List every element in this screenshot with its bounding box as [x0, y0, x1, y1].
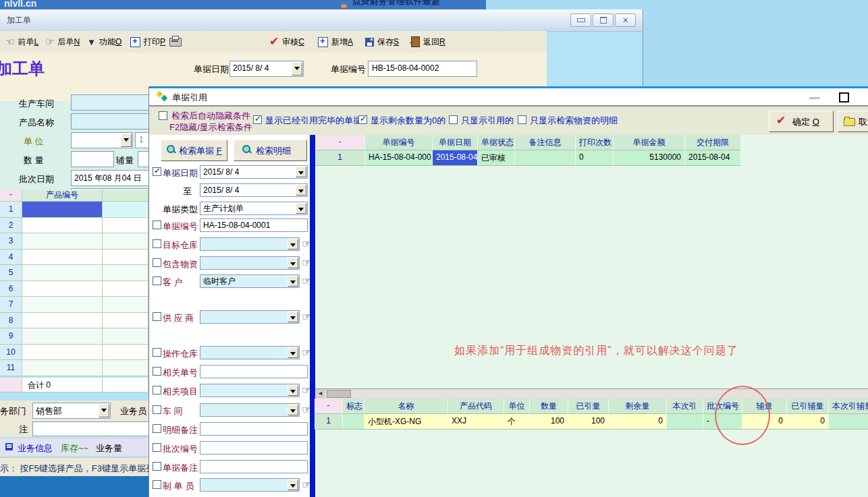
ok-button[interactable]: ✔ 确定 O	[769, 111, 834, 132]
det-row-productcode[interactable]: XXJ	[448, 414, 504, 430]
det-col-thisref[interactable]: 本次引	[667, 399, 703, 414]
preparer-select[interactable]	[200, 478, 300, 492]
preparer-dropdown-icon[interactable]	[288, 479, 298, 490]
print-button[interactable]: 打印P	[128, 34, 167, 49]
warehouse-checkbox[interactable]	[153, 239, 161, 248]
main-window-titlebar[interactable]: 加工单 ✕	[0, 9, 643, 32]
detailnote-input[interactable]	[200, 422, 308, 436]
dept-dropdown-icon[interactable]	[99, 404, 109, 417]
batchno-input[interactable]	[200, 441, 308, 455]
table-row[interactable]: 9	[0, 328, 148, 345]
det-row-unit[interactable]: 个	[504, 414, 530, 430]
workshop-select[interactable]	[200, 403, 300, 417]
customer-checkbox[interactable]	[153, 276, 161, 285]
det-row-flag[interactable]	[343, 414, 364, 430]
docnote-checkbox[interactable]	[153, 462, 161, 471]
doctype-dropdown-icon[interactable]	[296, 203, 306, 214]
doc-date-select[interactable]: 2015/ 8/ 4	[229, 61, 304, 77]
table-row[interactable]: 1	[0, 202, 148, 218]
doc-col-amount[interactable]: 单据金额	[614, 135, 685, 150]
table-row[interactable]: 4	[0, 250, 148, 266]
doc-row-date-selected[interactable]: 2015-08-04	[433, 150, 478, 166]
dialog-minimize-icon[interactable]	[809, 97, 820, 99]
material-dropdown-icon[interactable]	[288, 258, 298, 268]
table-row[interactable]: 11	[0, 360, 148, 376]
det-col-auxqty[interactable]: 辅量	[742, 399, 787, 414]
unit-select[interactable]	[71, 132, 133, 148]
supplier-dropdown-icon[interactable]	[288, 312, 298, 322]
opwarehouse-checkbox[interactable]	[153, 348, 161, 357]
doc-row-printcount[interactable]: 0	[576, 150, 614, 166]
workshop-input[interactable]	[71, 94, 150, 111]
dept-select[interactable]: 销售部	[32, 403, 111, 419]
opwarehouse-dropdown-icon[interactable]	[288, 347, 298, 358]
doc-no-input[interactable]: HB-15-08-04-0002	[368, 61, 477, 77]
doc-col-docno[interactable]: 单据编号	[365, 135, 433, 150]
scroll-thumb[interactable]	[327, 390, 351, 398]
material-select[interactable]	[200, 256, 300, 270]
material-checkbox[interactable]	[153, 258, 161, 267]
docdate-checkbox[interactable]	[153, 167, 161, 176]
show-zero-checkbox[interactable]	[358, 115, 367, 124]
opwarehouse-select[interactable]	[200, 346, 300, 359]
workshop-dropdown-icon[interactable]	[288, 405, 298, 415]
det-col-batchno[interactable]: 批次编号	[703, 399, 742, 414]
det-col-name[interactable]: 名称	[364, 399, 448, 414]
business-info-link[interactable]: 业务信息	[18, 442, 53, 455]
det-col-refauxqty[interactable]: 已引辅量	[787, 399, 829, 414]
doc-col-printcount[interactable]: 打印次数	[576, 135, 614, 150]
only-detail-checkbox[interactable]	[518, 115, 526, 124]
close-button[interactable]: ✕	[615, 13, 636, 27]
preparer-checkbox[interactable]	[153, 480, 161, 489]
stock-link[interactable]: 库存~~	[61, 442, 88, 455]
det-row-qty[interactable]: 100	[530, 414, 568, 430]
auto-hide-checkbox[interactable]	[159, 111, 167, 120]
functions-button[interactable]: ▼ 功能O	[85, 34, 124, 49]
det-row-name[interactable]: 小型机-XG-NG	[364, 414, 448, 430]
doctype-select[interactable]: 生产计划单	[200, 202, 308, 215]
doc-row-amount[interactable]: 5130000	[614, 150, 685, 166]
printer-quick-button[interactable]	[167, 34, 184, 49]
batchno-checkbox[interactable]	[153, 443, 161, 452]
det-col-remaining[interactable]: 剩余量	[609, 399, 667, 414]
table-row[interactable]: 10	[0, 345, 148, 361]
det-col-productcode[interactable]: 产品代码	[448, 399, 504, 414]
project-select[interactable]	[200, 384, 300, 397]
relatedno-checkbox[interactable]	[153, 367, 161, 376]
det-col-thisrefaux[interactable]: 本次引辅量	[829, 399, 868, 414]
workshop-checkbox[interactable]	[153, 405, 161, 414]
supplier-checkbox[interactable]	[153, 312, 161, 321]
warehouse-dropdown-icon[interactable]	[288, 239, 298, 250]
relatedno-input[interactable]	[200, 365, 308, 378]
search-detail-button[interactable]: 检索明细	[234, 140, 307, 161]
save-button[interactable]: 保存S	[363, 34, 401, 49]
det-col-unit[interactable]: 单位	[504, 399, 530, 414]
table-row[interactable]: 8	[0, 313, 148, 329]
table-row[interactable]: 5	[0, 265, 148, 281]
dialog-maximize-icon[interactable]	[839, 92, 849, 103]
audit-button[interactable]: ✔ 审核C	[267, 34, 306, 49]
detailnote-checkbox[interactable]	[153, 424, 161, 433]
customer-dropdown-icon[interactable]	[288, 276, 298, 287]
prev-doc-button[interactable]: ☜ 前单L	[3, 34, 40, 49]
docno-input[interactable]: HA-15-08-04-0001	[200, 218, 308, 232]
next-doc-button[interactable]: ☞ 后单N	[43, 34, 82, 49]
horizontal-scrollbar[interactable]: ◄	[315, 388, 868, 399]
det-col-refqty[interactable]: 已引量	[568, 399, 609, 414]
docnote-input[interactable]	[200, 460, 308, 473]
return-button[interactable]: 返回R	[409, 34, 447, 49]
only-ref-checkbox[interactable]	[449, 115, 458, 124]
docno-checkbox[interactable]	[153, 221, 161, 229]
maximize-button[interactable]	[593, 13, 614, 27]
dateto-select[interactable]: 2015/ 8/ 4	[200, 183, 308, 197]
docdate-select[interactable]: 2015/ 8/ 4	[200, 165, 308, 179]
warehouse-select[interactable]	[200, 237, 300, 251]
product-name-input[interactable]	[71, 113, 150, 129]
cancel-button[interactable]: 取消 C	[838, 111, 868, 132]
scroll-left-button[interactable]: ◄	[315, 389, 325, 399]
det-row-thisref[interactable]	[667, 414, 703, 430]
det-row-batchno[interactable]: -	[703, 414, 742, 430]
doc-col-deadline[interactable]: 交付期限	[685, 135, 741, 150]
det-row-auxqty[interactable]: 0	[742, 414, 787, 430]
det-row-refqty[interactable]: 100	[568, 414, 609, 430]
